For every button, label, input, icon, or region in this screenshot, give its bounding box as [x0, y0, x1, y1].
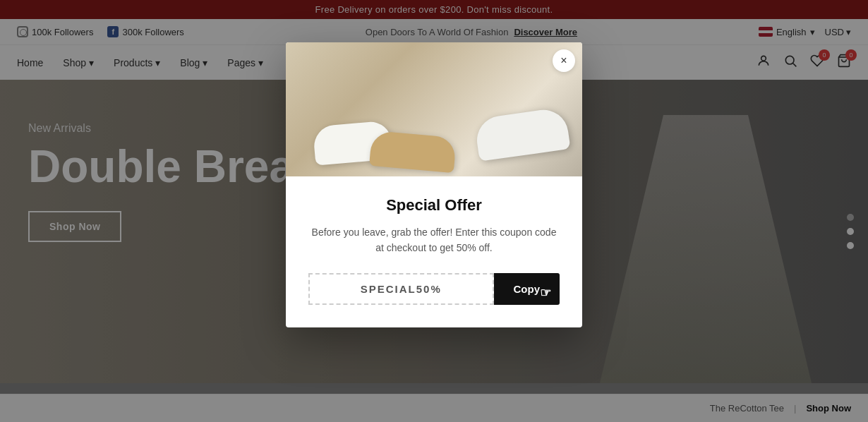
copy-coupon-button[interactable]: Copy ☞: [494, 273, 560, 305]
modal-close-button[interactable]: ×: [553, 49, 575, 72]
special-offer-modal: × Special Offer Before you leave, grab t…: [286, 42, 582, 327]
cursor-icon: ☞: [540, 285, 551, 301]
modal-body: Special Offer Before you leave, grab the…: [286, 176, 582, 327]
shoe-decoration-2: [369, 131, 457, 173]
coupon-code-display: SPECIAL50%: [308, 273, 494, 305]
modal-image: [286, 42, 582, 176]
coupon-row: SPECIAL50% Copy ☞: [308, 273, 560, 305]
shoe-decoration-3: [474, 107, 570, 162]
modal-description: Before you leave, grab the offer! Enter …: [308, 224, 560, 256]
modal-overlay[interactable]: × Special Offer Before you leave, grab t…: [0, 0, 868, 422]
modal-title: Special Offer: [308, 196, 560, 215]
